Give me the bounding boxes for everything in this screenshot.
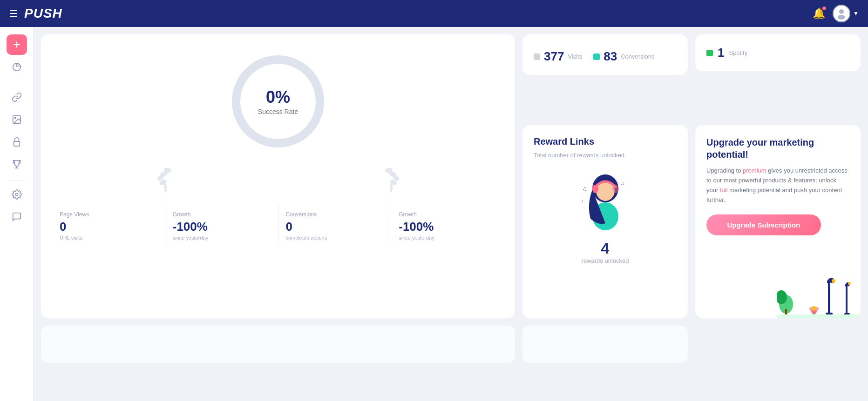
stat-growth-1: Growth -100% since yesterday (165, 206, 278, 246)
reward-links-card: Reward Links Total number of rewards unl… (522, 125, 688, 318)
user-avatar-wrap[interactable]: ▼ (833, 5, 859, 22)
svg-point-0 (839, 9, 844, 14)
reward-links-title: Reward Links (534, 136, 677, 147)
upgrade-subscription-button[interactable]: Upgrade Subscription (706, 214, 821, 235)
visits-stat: 377 Visits (534, 49, 582, 64)
svg-point-10 (15, 193, 18, 196)
visits-label: Visits (568, 53, 582, 60)
spotify-card: 1 Spotify (695, 34, 861, 71)
svg-point-13 (163, 183, 167, 193)
stat-page-views-value: 0 (60, 220, 157, 234)
stat-conversions: Conversions 0 completed actions (278, 206, 392, 246)
upgrade-title: Upgrade your marketing potential! (706, 136, 849, 160)
sidebar-item-analytics[interactable] (7, 57, 27, 77)
stat-growth-2-sub: since yesterday (399, 235, 496, 241)
svg-rect-34 (828, 281, 830, 316)
svg-point-1 (838, 15, 845, 20)
svg-text:♪: ♪ (581, 198, 583, 203)
visits-card: 377 Visits 83 Conversions (522, 34, 688, 75)
stat-growth-2-title: Growth (399, 211, 496, 218)
stat-growth-1-sub: since yesterday (173, 235, 271, 241)
stat-growth-2: Growth -100% since yesterday (391, 206, 504, 246)
leaf-left (154, 160, 177, 193)
avatar-chevron-icon: ▼ (853, 10, 859, 17)
upgrade-card: Upgrade your marketing potential! Upgrad… (695, 125, 861, 318)
svg-point-26 (612, 185, 619, 193)
upgrade-desc: Upgrading to premium gives you unrestric… (706, 166, 849, 205)
stat-growth-1-value: -100% (173, 220, 271, 234)
svg-rect-45 (777, 314, 861, 318)
stats-row: Page Views 0 URL visits Growth -100% sin… (52, 206, 504, 246)
svg-point-35 (832, 279, 835, 283)
reward-links-desc: Total number of rewards unlocked. (534, 151, 677, 160)
stat-conversions-sub: completed actions (286, 235, 384, 241)
sidebar-item-links[interactable] (7, 87, 27, 107)
notification-dot (822, 7, 826, 10)
conversions-stat: 83 Conversions (593, 49, 654, 64)
success-label: Success Rate (258, 108, 298, 115)
person-headphones-illustration: ♫ ♫ ♪ (577, 167, 633, 233)
upgrade-illustration (777, 272, 861, 318)
conversions-label: Conversions (621, 53, 654, 60)
menu-icon[interactable]: ☰ (9, 8, 18, 19)
reward-count: 4 (534, 240, 677, 257)
stat-page-views-sub: URL visits (60, 235, 157, 241)
sidebar-item-trophy[interactable] (7, 154, 27, 174)
svg-point-18 (389, 183, 393, 193)
highlight-premium: premium (743, 167, 766, 174)
sidebar-item-add[interactable] (7, 34, 27, 55)
visits-stats: 377 Visits 83 Conversions (534, 49, 677, 64)
visits-number: 377 (544, 49, 564, 64)
success-percent: 0% (258, 87, 298, 107)
svg-point-43 (812, 306, 816, 311)
stat-page-views-title: Page Views (60, 211, 157, 218)
sidebar-item-lock[interactable] (7, 132, 27, 152)
sidebar-item-chat[interactable] (7, 207, 27, 227)
donut-center: 0% Success Rate (258, 87, 298, 115)
logo: PUSH (24, 6, 62, 21)
svg-point-7 (14, 117, 16, 119)
highlight-full: full (720, 187, 728, 194)
svg-text:♫: ♫ (582, 185, 587, 192)
main-content: 0% Success Rate (34, 27, 868, 401)
sidebar-divider-1 (7, 83, 26, 83)
notifications-bell[interactable]: 🔔 (813, 7, 825, 20)
leaf-right (380, 160, 403, 193)
svg-rect-37 (846, 286, 848, 316)
spotify-label: Spotify (729, 49, 747, 56)
svg-point-38 (848, 282, 851, 285)
conversions-dot (593, 53, 600, 60)
success-rate-card: 0% Success Rate (41, 34, 515, 318)
spotify-number: 1 (718, 46, 724, 60)
stat-conversions-value: 0 (286, 220, 384, 234)
stat-growth-1-title: Growth (173, 211, 271, 218)
sidebar-item-settings[interactable] (7, 184, 27, 205)
stat-page-views: Page Views 0 URL visits (52, 206, 165, 246)
donut-chart: 0% Success Rate (227, 50, 329, 153)
conversions-number: 83 (604, 49, 617, 64)
bottom-card-left (41, 326, 515, 363)
reward-illustration: ♫ ♫ ♪ (534, 167, 677, 234)
stat-growth-2-value: -100% (399, 220, 496, 234)
spotify-dot (706, 50, 713, 56)
svg-text:♫: ♫ (620, 180, 624, 187)
topnav-right: 🔔 ▼ (813, 5, 859, 22)
reward-count-label: rewards unlocked (534, 257, 677, 264)
visits-dot (534, 53, 540, 60)
svg-rect-8 (14, 141, 20, 146)
sidebar (0, 27, 34, 401)
topnav: ☰ PUSH 🔔 ▼ (0, 0, 868, 27)
sidebar-item-media[interactable] (7, 109, 27, 130)
leaf-decorations (52, 160, 504, 193)
avatar (833, 5, 850, 22)
bottom-card-mid (522, 326, 688, 363)
stat-conversions-title: Conversions (286, 211, 384, 218)
sidebar-divider-2 (7, 180, 26, 180)
